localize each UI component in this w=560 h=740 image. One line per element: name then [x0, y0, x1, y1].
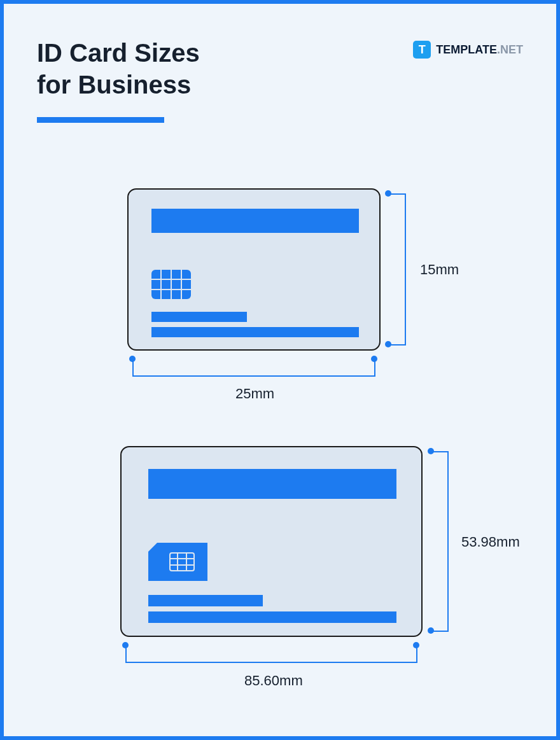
card-large-block: 53.98mm 85.60mm	[120, 446, 423, 637]
card-long-line	[151, 327, 359, 337]
card-title-bar	[151, 209, 359, 233]
height-label: 53.98mm	[461, 534, 520, 550]
page-title: ID Card Sizes for Business	[37, 37, 200, 101]
card-short-line	[151, 312, 247, 322]
height-bracket	[388, 188, 414, 351]
height-bracket	[431, 446, 456, 637]
width-bracket	[127, 359, 381, 384]
height-label: 15mm	[420, 262, 459, 278]
brand-name: TEMPLATE.NET	[436, 43, 523, 57]
brand-icon: T	[413, 41, 431, 59]
brand-logo: T TEMPLATE.NET	[413, 37, 523, 59]
card-short-line	[148, 595, 263, 606]
card-large	[120, 446, 423, 637]
chip-icon	[151, 270, 191, 299]
card-title-bar	[148, 469, 396, 499]
card-small	[127, 188, 381, 351]
brand-text-main: TEMPLATE	[436, 43, 497, 56]
width-label: 85.60mm	[244, 673, 303, 689]
title-line-2: for Business	[37, 71, 191, 99]
sim-chip-icon	[148, 543, 207, 581]
width-bracket	[120, 645, 423, 671]
title-underline	[37, 117, 164, 123]
title-line-1: ID Card Sizes	[37, 39, 200, 67]
header: ID Card Sizes for Business T TEMPLATE.NE…	[4, 4, 556, 123]
width-label: 25mm	[235, 386, 274, 402]
brand-text-ext: .NET	[497, 43, 523, 56]
title-block: ID Card Sizes for Business	[37, 37, 200, 123]
card-small-block: 15mm 25mm	[127, 188, 381, 351]
card-long-line	[148, 611, 396, 623]
diagram-frame: ID Card Sizes for Business T TEMPLATE.NE…	[0, 0, 560, 740]
